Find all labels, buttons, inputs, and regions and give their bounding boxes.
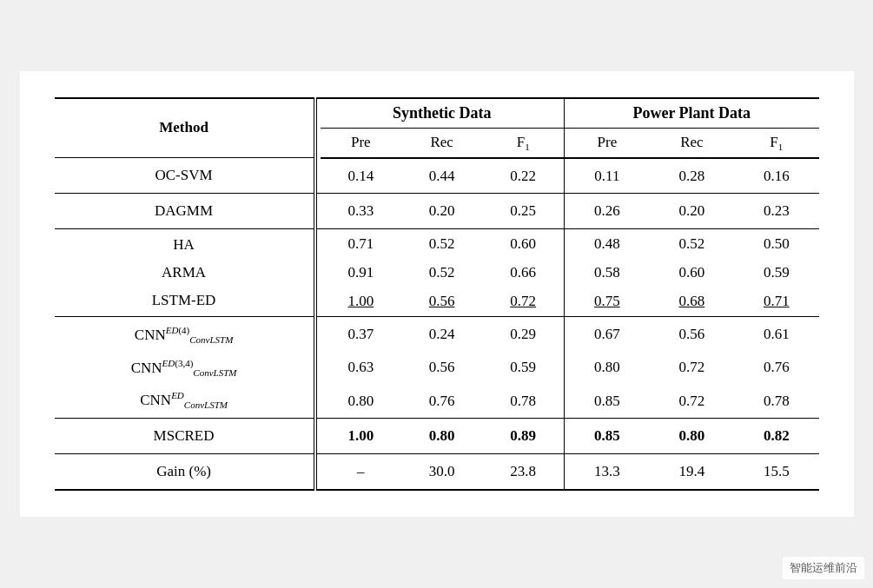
table-row: ARMA 0.91 0.52 0.66 0.58 0.60 0.59 (55, 259, 819, 287)
sub-header-pre-pp: Pre (565, 128, 650, 158)
table-row: HA 0.71 0.52 0.60 0.48 0.52 0.50 (55, 229, 819, 259)
sub-header-rec-pp: Rec (650, 128, 734, 158)
watermark: 智能运维前沿 (783, 557, 864, 579)
sub-header-rec-syn: Rec (401, 128, 482, 158)
table-row: Gain (%) – 30.0 23.8 13.3 19.4 15.5 (55, 454, 819, 490)
table-row: CNNEDConvLSTM 0.80 0.76 0.78 0.85 0.72 0… (55, 384, 819, 419)
sub-header-f1-syn: F1 (482, 128, 564, 158)
table-row: OC-SVM 0.14 0.44 0.22 0.11 0.28 0.16 (55, 158, 819, 194)
synthetic-header: Synthetic Data (321, 98, 565, 129)
table-row: CNNED(4)ConvLSTM 0.37 0.24 0.29 0.67 0.5… (55, 317, 819, 351)
table-row: LSTM-ED 1.00 0.56 0.72 0.75 0.68 0.71 (55, 287, 819, 317)
method-header: Method (55, 98, 315, 158)
sub-header-pre-syn: Pre (321, 128, 401, 158)
powerplant-header: Power Plant Data (565, 98, 819, 129)
table-row: MSCRED 1.00 0.80 0.89 0.85 0.80 0.82 (55, 419, 819, 454)
table-container: Method Synthetic Data Power Plant Data P… (20, 71, 854, 518)
table-row: CNNED(3,4)ConvLSTM 0.63 0.56 0.59 0.80 0… (55, 352, 819, 384)
results-table: Method Synthetic Data Power Plant Data P… (55, 97, 819, 492)
sub-header-f1-pp: F1 (734, 128, 818, 158)
table-row: DAGMM 0.33 0.20 0.25 0.26 0.20 0.23 (55, 194, 819, 229)
